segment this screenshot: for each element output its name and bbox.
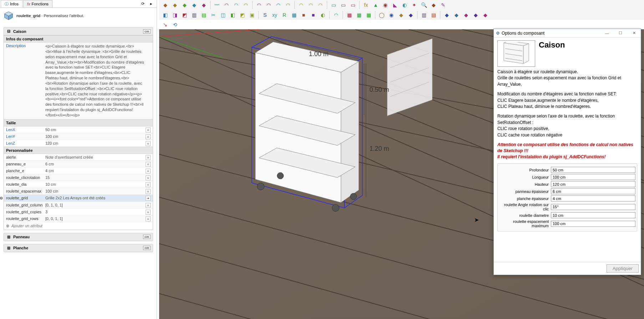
- toolbar-icon[interactable]: ◩: [180, 11, 189, 19]
- group-header-caison[interactable]: ⊟Caison cm: [4, 28, 153, 35]
- attr-row[interactable]: planche_e4 cm≡: [4, 168, 153, 174]
- toolbar-icon[interactable]: ◆: [397, 11, 405, 19]
- option-input[interactable]: [551, 212, 635, 218]
- attr-row[interactable]: alerteNote d'avertissement créée≡: [4, 154, 153, 161]
- menu-icon[interactable]: ≡: [146, 182, 151, 187]
- toolbar-icon[interactable]: ◠: [284, 1, 292, 9]
- menu-icon[interactable]: ≡: [146, 162, 151, 167]
- toolbar-icon[interactable]: S: [261, 11, 269, 19]
- toolbar-icon[interactable]: ◐: [400, 1, 409, 9]
- toolbar-icon[interactable]: ▥: [190, 11, 198, 19]
- toolbar-icon[interactable]: ◠: [306, 1, 315, 9]
- refresh-icon[interactable]: ⟳: [140, 1, 146, 7]
- apply-button[interactable]: Appliquer: [607, 264, 639, 273]
- toolbar-icon[interactable]: ◧: [161, 11, 169, 19]
- toolbar-icon[interactable]: ◐: [319, 11, 327, 19]
- maximize-button[interactable]: ☐: [614, 29, 627, 37]
- attr-row[interactable]: roulette_grid_copies3≡: [4, 209, 153, 215]
- go-icon[interactable]: ➜: [146, 196, 151, 201]
- orbit-tool-icon[interactable]: ⟲: [171, 20, 179, 29]
- dialog-titlebar[interactable]: ⚙ Options du composant — ☐ ✕: [494, 29, 641, 38]
- tab-infos[interactable]: ⓘ Infos: [1, 0, 22, 8]
- toolbar-icon[interactable]: ◆: [171, 1, 179, 9]
- collapse-icon[interactable]: ⊟: [6, 29, 11, 34]
- toolbar-icon[interactable]: ✎: [439, 1, 447, 9]
- toolbar-icon[interactable]: ◠: [242, 1, 250, 9]
- toolbar-icon[interactable]: ◫: [219, 11, 227, 19]
- menu-icon[interactable]: ≡: [146, 175, 151, 180]
- toolbar-icon[interactable]: ◆: [180, 1, 189, 9]
- toolbar-icon[interactable]: ✦: [410, 1, 419, 9]
- toolbar-icon[interactable]: 〰: [213, 1, 221, 9]
- toolbar-icon[interactable]: ■: [309, 11, 318, 19]
- toolbar-icon[interactable]: ▦: [364, 11, 373, 19]
- toolbar-icon[interactable]: ◣: [391, 1, 399, 9]
- toolbar-icon[interactable]: ◠: [332, 11, 340, 19]
- toolbar-icon[interactable]: ◠: [222, 1, 231, 9]
- toolbar-icon[interactable]: ◆: [442, 11, 451, 19]
- toolbar-icon[interactable]: ◠: [255, 1, 263, 9]
- menu-icon[interactable]: ≡: [146, 141, 151, 146]
- toolbar-icon[interactable]: ◠: [232, 1, 240, 9]
- toggle-icon[interactable]: ▸: [148, 1, 154, 7]
- toolbar-icon[interactable]: ◠: [316, 1, 325, 9]
- menu-icon[interactable]: ≡: [146, 216, 151, 221]
- toolbar-icon[interactable]: ◯: [377, 11, 386, 19]
- menu-icon[interactable]: ≡: [146, 203, 151, 208]
- toolbar-icon[interactable]: ◆: [481, 11, 490, 19]
- toolbar-icon[interactable]: ▭: [349, 1, 357, 9]
- toolbar-icon[interactable]: ◆: [452, 11, 461, 19]
- toolbar-icon[interactable]: ◨: [171, 11, 179, 19]
- toolbar-icon[interactable]: ◠: [297, 1, 305, 9]
- attr-row[interactable]: roulette_grid_column[0, 1, 0, 1]≡: [4, 202, 153, 209]
- option-input[interactable]: [551, 188, 635, 194]
- toolbar-icon[interactable]: ▦: [355, 11, 363, 19]
- unit-badge[interactable]: cm: [143, 246, 151, 250]
- toolbar-icon[interactable]: ✂: [209, 11, 218, 19]
- toolbar-icon[interactable]: ◆: [471, 11, 480, 19]
- minimize-button[interactable]: —: [600, 29, 614, 37]
- option-input[interactable]: [551, 195, 635, 201]
- group-header-panneau[interactable]: ⊞Panneau cm: [4, 233, 153, 241]
- group-header-planche[interactable]: ⊞Planche cm: [4, 244, 153, 252]
- toolbar-icon[interactable]: ◉: [381, 1, 390, 9]
- toolbar-icon[interactable]: ▲: [371, 1, 380, 9]
- add-attribute-link[interactable]: Ajouter un attribut: [4, 222, 153, 230]
- attr-row[interactable]: LenY100 cm≡: [4, 133, 153, 140]
- toolbar-icon[interactable]: ◉: [387, 11, 396, 19]
- toolbar-icon[interactable]: fx: [362, 1, 370, 9]
- attr-row[interactable]: ⊖roulette_gridGrille 2x2 Les Arrays ont …: [4, 195, 153, 202]
- toolbar-icon[interactable]: ▣: [248, 11, 256, 19]
- toolbar-icon[interactable]: ◆: [199, 1, 208, 9]
- toolbar-icon[interactable]: ▤: [429, 11, 438, 19]
- tab-functions[interactable]: fx Fonctions: [23, 0, 52, 8]
- menu-icon[interactable]: ≡: [146, 134, 151, 139]
- toolbar-icon[interactable]: ▥: [420, 11, 428, 19]
- toolbar-icon[interactable]: ◧: [228, 11, 237, 19]
- toolbar-icon[interactable]: ◩: [238, 11, 247, 19]
- attr-row[interactable]: roulette_clicrotation15≡: [4, 174, 153, 181]
- attr-row[interactable]: panneau_e6 cm≡: [4, 161, 153, 168]
- toolbar-icon[interactable]: ▦: [290, 11, 298, 19]
- menu-icon[interactable]: ≡: [146, 155, 151, 160]
- toolbar-icon[interactable]: 🔍: [420, 1, 428, 9]
- option-input[interactable]: [551, 181, 635, 187]
- attr-row[interactable]: LenX50 cm≡: [4, 126, 153, 133]
- unit-badge[interactable]: cm: [143, 235, 151, 239]
- toolbar-icon[interactable]: ◆: [429, 1, 438, 9]
- unit-badge[interactable]: cm: [143, 29, 151, 34]
- collapse-icon[interactable]: ⊖: [0, 196, 5, 200]
- toolbar-icon[interactable]: ◆: [462, 11, 470, 19]
- arrow-tool-icon[interactable]: ↘: [161, 20, 169, 29]
- attr-row[interactable]: roulette_dia10 cm≡: [4, 181, 153, 188]
- toolbar-icon[interactable]: ▭: [329, 1, 338, 9]
- option-input[interactable]: [551, 204, 635, 210]
- option-input[interactable]: [551, 174, 635, 180]
- expand-icon[interactable]: ⊞: [6, 235, 11, 239]
- attr-description-row[interactable]: Description <p>Caisson à étagère sur rou…: [4, 43, 153, 119]
- expand-icon[interactable]: ⊞: [6, 246, 11, 250]
- toolbar-icon[interactable]: ▦: [345, 11, 354, 19]
- menu-icon[interactable]: ≡: [146, 210, 151, 215]
- option-input[interactable]: [551, 221, 635, 227]
- option-input[interactable]: [551, 167, 635, 173]
